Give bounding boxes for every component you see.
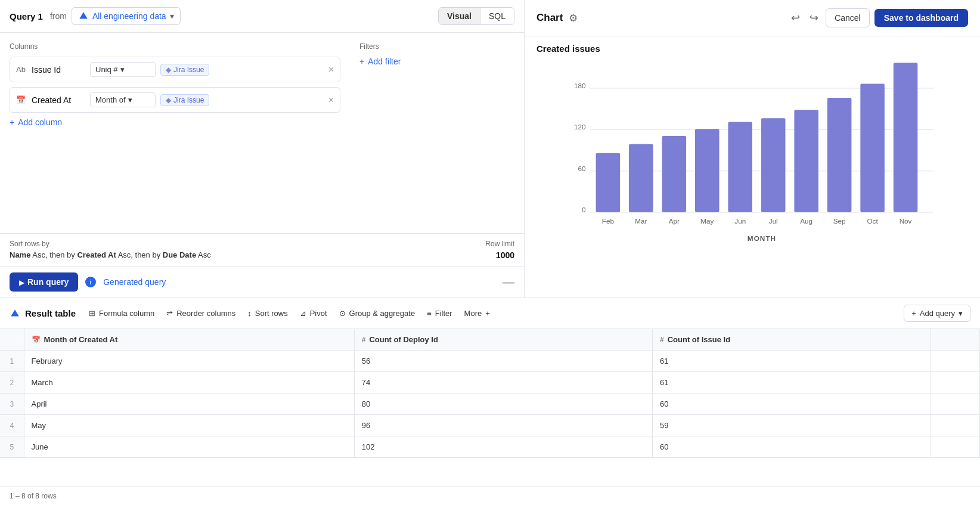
visual-mode-button[interactable]: Visual [439, 8, 480, 24]
add-column-icon: + [10, 117, 14, 127]
bar-chart: 0 60 120 180 [536, 60, 968, 250]
row-num: 1 [0, 351, 24, 372]
filter-button[interactable]: ≡ Filter [421, 305, 458, 321]
bar-mar [629, 144, 653, 212]
col-transform-uniq[interactable]: Uniq # ▾ [90, 62, 156, 77]
col-name-created-at: Created At [32, 95, 85, 105]
result-title-label: Result table [25, 308, 76, 318]
svg-marker-0 [79, 12, 88, 18]
row-num: 4 [0, 415, 24, 436]
y-label-60: 60 [578, 165, 586, 172]
sort-rows-label: Sort rows [255, 309, 288, 318]
diamond-icon-1: ◆ [166, 66, 171, 74]
table-row: 1 February 56 61 [0, 351, 980, 372]
row-limit-label: Row limit [485, 240, 514, 248]
run-query-bar: Run query i Generated query — [0, 266, 524, 298]
sort-value: Name Asc, then by Created At Asc, then b… [10, 250, 211, 259]
query-from-label: from [50, 11, 67, 21]
row-empty [931, 372, 980, 394]
sort-label: Sort rows by [10, 240, 211, 248]
sort-row-section: Sort rows by Name Asc, then by Created A… [0, 233, 524, 266]
row-issue-count: 60 [653, 436, 931, 458]
add-query-icon: + [911, 309, 916, 318]
bar-oct [860, 84, 885, 212]
query-panel: Query 1 from All engineering data ▾ Visu… [0, 0, 525, 298]
chart-header: Chart ⚙ ↩ ↪ Cancel Save to dashboard [525, 0, 980, 36]
undo-button[interactable]: ↩ [789, 9, 802, 27]
formula-column-button[interactable]: ⊞ Formula column [83, 305, 160, 321]
result-table: 📅 Month of Created At # Count of Deploy … [0, 329, 980, 458]
collapse-button[interactable]: — [503, 276, 514, 288]
col-transform-month[interactable]: Month of ▾ [90, 92, 156, 107]
chart-header-actions: ↩ ↪ Cancel Save to dashboard [789, 8, 968, 27]
sql-mode-button[interactable]: SQL [480, 8, 514, 24]
row-num: 2 [0, 372, 24, 394]
run-query-button[interactable]: Run query [10, 272, 78, 292]
add-query-button[interactable]: + Add query ▾ [904, 305, 970, 322]
hash-deploy-icon: # [362, 336, 366, 344]
filters-label: Filters [359, 42, 514, 51]
remove-col-1-button[interactable]: × [328, 65, 334, 75]
month-col-label: Month of Created At [44, 335, 118, 344]
chevron-down-icon: ▾ [170, 11, 174, 21]
pivot-label: Pivot [310, 309, 327, 318]
hash-issue-icon: # [660, 336, 664, 344]
filter-label: Filter [435, 309, 452, 318]
save-dashboard-button[interactable]: Save to dashboard [874, 9, 968, 27]
table-container: 📅 Month of Created At # Count of Deploy … [0, 329, 980, 487]
generated-query-label[interactable]: Generated query [103, 277, 166, 287]
table-row: 3 April 80 60 [0, 394, 980, 415]
row-issue-count: 59 [653, 415, 931, 436]
data-source-label: All engineering data [92, 11, 166, 21]
more-button[interactable]: More + [458, 305, 496, 321]
transform-chevron-2: ▾ [128, 95, 132, 104]
result-area: Result table ⊞ Formula column ⇌ Reorder … [0, 298, 980, 505]
column-row-issue-id: Ab Issue Id Uniq # ▾ ◆ Jira Issue × [10, 57, 340, 82]
redo-button[interactable]: ↪ [807, 9, 821, 27]
sort-group: Sort rows by Name Asc, then by Created A… [10, 240, 211, 259]
info-icon: i [85, 277, 96, 287]
result-toolbar: Result table ⊞ Formula column ⇌ Reorder … [0, 298, 980, 329]
transform-chevron-1: ▾ [120, 65, 125, 74]
pivot-icon: ⊿ [300, 309, 306, 318]
chart-subtitle: Created issues [525, 36, 980, 54]
bar-aug [794, 110, 818, 212]
chart-settings-button[interactable]: ⚙ [569, 12, 578, 24]
reorder-columns-button[interactable]: ⇌ Reorder columns [160, 305, 241, 321]
add-filter-label: Add filter [368, 57, 401, 66]
row-month: June [24, 436, 354, 458]
pivot-button[interactable]: ⊿ Pivot [294, 305, 333, 321]
bar-may [695, 129, 720, 212]
bar-feb [596, 153, 621, 212]
group-aggregate-button[interactable]: ⊙ Group & aggregate [333, 305, 421, 321]
visual-sql-toggle: Visual SQL [438, 7, 514, 25]
x-label-mar: Mar [635, 217, 647, 225]
group-aggregate-label: Group & aggregate [349, 309, 415, 318]
row-month: May [24, 415, 354, 436]
chart-panel: Chart ⚙ ↩ ↪ Cancel Save to dashboard Cre… [525, 0, 980, 298]
add-query-label: Add query [920, 309, 955, 318]
more-label: More [464, 309, 482, 318]
row-month: March [24, 372, 354, 394]
column-row-created-at: 📅 Created At Month of ▾ ◆ Jira Issue × [10, 87, 340, 113]
result-title: Result table [10, 308, 76, 319]
row-limit-group: Row limit 1000 [485, 240, 514, 260]
remove-col-2-button[interactable]: × [328, 95, 334, 105]
table-row: 2 March 74 61 [0, 372, 980, 394]
row-limit-value: 1000 [485, 250, 514, 260]
badge-label-1: Jira Issue [173, 66, 204, 74]
add-column-button[interactable]: + Add column [10, 117, 62, 127]
query-body: Columns Ab Issue Id Uniq # ▾ ◆ Jira Issu… [0, 33, 524, 233]
month-col-header: 📅 Month of Created At [24, 329, 354, 351]
table-row: 5 June 102 60 [0, 436, 980, 458]
svg-marker-5 [11, 309, 19, 316]
row-empty [931, 436, 980, 458]
cancel-button[interactable]: Cancel [826, 8, 870, 27]
sort-rows-button[interactable]: ↕ Sort rows [241, 305, 293, 321]
reorder-columns-label: Reorder columns [176, 309, 235, 318]
issue-col-header: # Count of Issue Id [653, 329, 931, 351]
add-filter-button[interactable]: + Add filter [359, 57, 401, 66]
x-label-jun: Jun [734, 217, 746, 225]
data-source-button[interactable]: All engineering data ▾ [72, 7, 181, 25]
play-icon [19, 277, 24, 287]
